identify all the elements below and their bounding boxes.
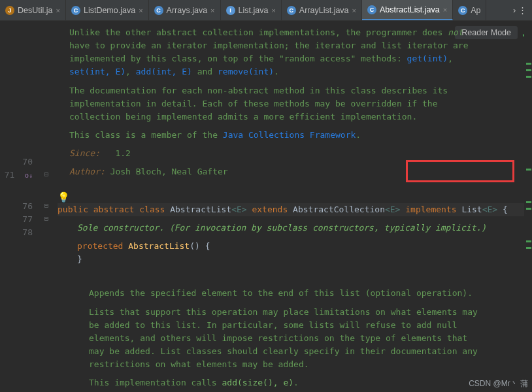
tab-label: DesUtil.ja [18, 6, 53, 15]
class-file-icon: C [367, 5, 376, 14]
tab-abstractlist[interactable]: C AbstractList.java × [362, 0, 453, 20]
javadoc-block: Unlike the other abstract collection imp… [58, 25, 499, 190]
doc-link[interactable]: set(int, E) [69, 67, 125, 76]
fold-toggle-icon[interactable]: ⊟ [39, 213, 54, 226]
chevron-right-icon: › [513, 5, 516, 15]
fold-gutter: ⊟ ⊟ ⊟ [39, 21, 54, 392]
tab-list[interactable]: I List.java × [221, 0, 282, 20]
tab-label: List.java [239, 6, 269, 15]
fold-toggle-icon[interactable]: ⊟ [39, 169, 54, 182]
error-stripe[interactable] [524, 21, 532, 392]
more-tabs-chevron[interactable]: › ⋮ [508, 0, 532, 20]
tab-label: ListDemo.java [84, 6, 135, 15]
doc-link[interactable]: remove(int) [218, 67, 274, 76]
tab-label: AbstractList.java [380, 5, 440, 14]
close-icon[interactable]: × [210, 7, 214, 14]
doc-link[interactable]: get(int) [407, 54, 448, 63]
code-editor[interactable]: 70 71 o↓ 76 77 78 ⊟ ⊟ ⊟ Unlike the other… [0, 21, 532, 392]
interface-file-icon: I [226, 6, 235, 15]
close-icon[interactable]: × [56, 7, 60, 14]
since-tag: Since: [69, 148, 100, 158]
tab-ap[interactable]: C Ap [453, 0, 486, 20]
line-71[interactable]: public abstract class AbstractList<E> ex… [58, 203, 532, 216]
line-number: 71 o↓ [0, 169, 33, 182]
tab-arrays[interactable]: C Arrays.java × [149, 0, 221, 20]
line-number: 77 [0, 213, 33, 226]
javadoc-inline: Sole constructor. (For invocation by sub… [58, 221, 532, 235]
more-icon: ⋮ [518, 5, 527, 15]
doc-link[interactable]: add(int, E) [136, 67, 192, 76]
close-icon[interactable]: × [271, 7, 275, 14]
line-70[interactable]: 💡 [58, 190, 532, 203]
tab-label: Ap [471, 6, 480, 15]
tab-arraylist[interactable]: C ArrayList.java × [282, 0, 362, 20]
line-76[interactable]: protected AbstractList() { [58, 240, 532, 253]
fold-toggle-icon[interactable]: ⊟ [39, 200, 54, 213]
class-file-icon: C [458, 6, 467, 15]
class-file-icon: C [71, 6, 80, 15]
line-77[interactable]: } [58, 253, 532, 266]
class-file-icon: C [154, 6, 163, 15]
java-file-icon: J [5, 6, 14, 15]
doc-link[interactable]: Java Collections Framework [223, 130, 356, 140]
line-number: 76 [0, 200, 33, 213]
line-number: 78 [0, 226, 33, 239]
intention-bulb-icon[interactable]: 💡 [58, 191, 70, 203]
override-gutter-icon[interactable]: o↓ [25, 172, 33, 179]
tab-label: Arrays.java [167, 6, 208, 15]
line-gutter: 70 71 o↓ 76 77 78 [0, 21, 39, 392]
close-icon[interactable]: × [139, 7, 142, 14]
class-file-icon: C [287, 6, 296, 15]
code-area[interactable]: Unlike the other abstract collection imp… [54, 21, 532, 392]
tab-listdemo[interactable]: C ListDemo.java × [66, 0, 149, 20]
javadoc-block: Appends the specified element to the end… [58, 286, 499, 392]
tab-desutil[interactable]: J DesUtil.ja × [0, 0, 66, 20]
line-78[interactable] [58, 266, 532, 279]
author-tag: Author: [69, 167, 105, 176]
watermark: CSDN @Mr丶 蒲 [469, 378, 528, 389]
editor-tabs: J DesUtil.ja × C ListDemo.java × C Array… [0, 0, 532, 21]
tab-label: ArrayList.java [299, 6, 349, 15]
line-number: 70 [0, 155, 33, 169]
close-icon[interactable]: × [352, 7, 356, 14]
close-icon[interactable]: × [443, 6, 447, 14]
